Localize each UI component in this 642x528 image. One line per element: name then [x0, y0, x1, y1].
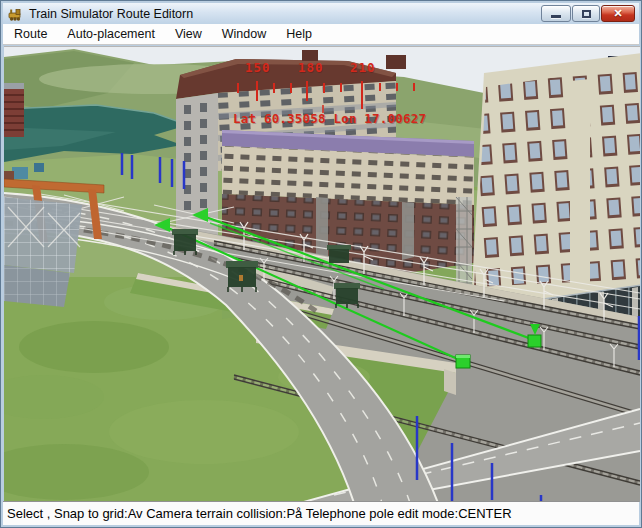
viewport-3d[interactable]: 150 180 210 Lat 60.35058 Lon 17.00627 — [4, 46, 640, 502]
menu-item-window[interactable]: Window — [212, 25, 276, 43]
titlebar[interactable]: Train Simulator Route Editorn ✕ — [3, 3, 639, 24]
menu-item-route[interactable]: Route — [4, 25, 57, 43]
menu-item-auto-placement[interactable]: Auto-placement — [57, 25, 165, 43]
close-icon: ✕ — [613, 8, 622, 19]
brick-tower — [4, 83, 24, 137]
window-controls: ✕ — [541, 5, 635, 22]
route-cube[interactable] — [456, 355, 470, 368]
menu-item-view[interactable]: View — [165, 25, 212, 43]
shelter — [327, 245, 351, 263]
coordinates-readout: Lat 60.35058 Lon 17.00627 — [233, 111, 426, 126]
status-text: Select , Snap to grid:Av Camera terrain … — [7, 506, 512, 521]
close-button[interactable]: ✕ — [601, 5, 635, 22]
menubar: Route Auto-placement View Window Help — [3, 24, 639, 45]
locomotive-app-icon — [7, 6, 23, 22]
statusbar: Select , Snap to grid:Av Camera terrain … — [3, 501, 639, 525]
maximize-icon — [582, 10, 591, 18]
compass-label-180: 180 — [298, 60, 324, 75]
window-title: Train Simulator Route Editorn — [29, 7, 193, 21]
compass-label-210: 210 — [350, 60, 376, 75]
minimize-button[interactable] — [541, 5, 571, 22]
compass-label-150: 150 — [245, 60, 271, 75]
menu-item-help[interactable]: Help — [276, 25, 322, 43]
maximize-button[interactable] — [572, 5, 600, 22]
app-window: Train Simulator Route Editorn ✕ Route Au… — [0, 0, 642, 528]
minimize-icon — [551, 15, 561, 18]
